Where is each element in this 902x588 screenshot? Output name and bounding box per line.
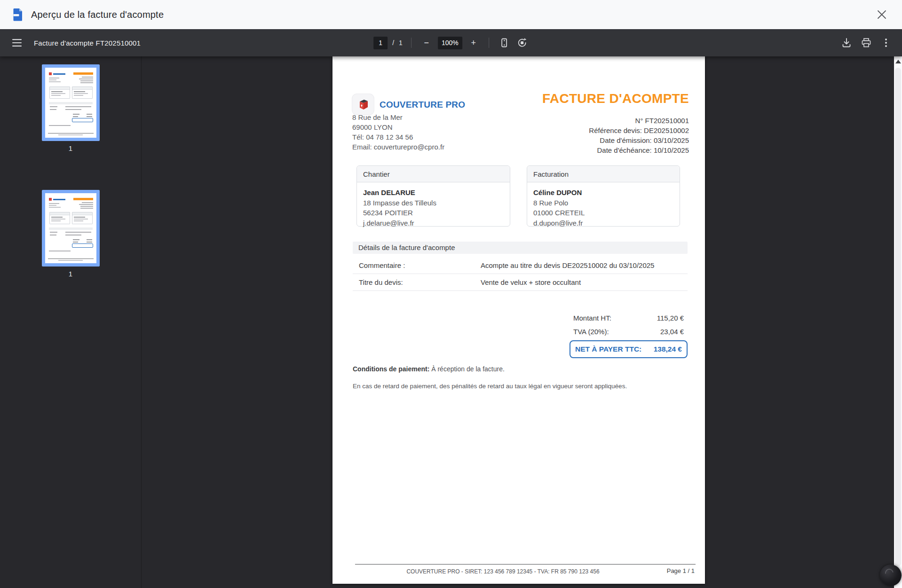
footer-company-line: COUVERTURE PRO - SIRET: 123 456 789 1234… <box>353 568 653 575</box>
issue-date: Date d'émission: 03/10/2025 <box>589 135 689 145</box>
thumbnail-preview <box>45 68 96 138</box>
zoom-in-button[interactable]: + <box>467 36 480 49</box>
details-section-heading: Détails de la facture d'acompte <box>353 242 688 254</box>
billing-address-box: Facturation Céline DUPON 8 Rue Polo 0100… <box>527 165 680 227</box>
subtotal-row: Montant HT: 115,20 € <box>570 311 688 325</box>
page-separator: / <box>392 39 394 47</box>
toolbar-document-title: Facture d'acompte FT202510001 <box>34 39 141 47</box>
quote-reference: Référence devis: DE202510002 <box>589 125 689 135</box>
vat-label: TVA (20%): <box>573 328 609 336</box>
scrollbar-thumb[interactable] <box>895 68 901 566</box>
vertical-scrollbar <box>894 56 902 588</box>
print-icon[interactable] <box>860 36 873 49</box>
close-icon[interactable] <box>874 7 890 23</box>
pdf-viewer-canvas: COUVERTURE PRO 8 Rue de la Mer 69000 LYO… <box>142 56 894 588</box>
billing-box-title: Facturation <box>527 166 680 182</box>
late-payment-notice: En cas de retard de paiement, des pénali… <box>353 383 627 390</box>
zoom-level: 100% <box>438 37 462 49</box>
table-row: Commentaire : Acompte au titre du devis … <box>353 257 688 274</box>
thumbnail-preview <box>45 193 96 263</box>
menu-icon[interactable] <box>10 36 24 49</box>
net-total-label: NET À PAYER TTC: <box>575 345 641 353</box>
comment-value: Acompte au titre du devis DE202510002 du… <box>481 261 654 269</box>
page-number-input[interactable] <box>373 37 388 49</box>
page-thumbnail-1[interactable] <box>42 64 100 141</box>
company-address: 8 Rue de la Mer 69000 LYON Tél: 04 78 12… <box>352 112 444 152</box>
more-options-icon[interactable] <box>879 36 893 49</box>
company-name: COUVERTURE PRO <box>380 100 465 110</box>
footer-page-number: Page 1 / 1 <box>667 567 695 574</box>
payment-terms: Conditions de paiement: À réception de l… <box>353 365 505 373</box>
document-icon <box>12 8 24 21</box>
rotate-icon[interactable] <box>515 36 529 49</box>
subtotal-label: Montant HT: <box>573 314 611 322</box>
totals-block: Montant HT: 115,20 € TVA (20%): 23,04 € … <box>570 311 688 358</box>
footer-divider <box>355 564 696 564</box>
invoice-title: FACTURE D'ACOMPTE <box>542 91 689 106</box>
toolbar-divider <box>411 38 411 48</box>
payment-terms-label: Conditions de paiement: <box>353 365 429 373</box>
page-count: 1 <box>399 39 403 47</box>
floating-widget <box>880 564 902 586</box>
thumbnail-sidebar: 1 1 <box>0 56 142 588</box>
vat-value: 23,04 € <box>660 328 684 336</box>
net-total-box: NET À PAYER TTC: 138,24 € <box>570 340 688 358</box>
quote-title-label: Titre du devis: <box>353 278 481 286</box>
payment-terms-value: À réception de la facture. <box>431 365 505 373</box>
subtotal-value: 115,20 € <box>657 314 684 322</box>
toolbar-divider <box>489 38 489 48</box>
billing-contact-name: Céline DUPON <box>533 188 673 198</box>
page-thumbnail-2[interactable] <box>42 190 100 267</box>
invoice-page: COUVERTURE PRO 8 Rue de la Mer 69000 LYO… <box>332 56 705 584</box>
dialog-header: Aperçu de la facture d'acompte <box>0 0 902 29</box>
details-table: Commentaire : Acompte au titre du devis … <box>353 257 688 291</box>
company-logo <box>352 94 374 115</box>
download-icon[interactable] <box>840 36 853 49</box>
dialog-title: Aperçu de la facture d'acompte <box>31 9 164 20</box>
due-date: Date d'échéance: 10/10/2025 <box>589 145 689 155</box>
scrollbar-up-arrow[interactable] <box>895 60 901 63</box>
pdf-preview-dialog: Aperçu de la facture d'acompte Facture d… <box>0 0 902 588</box>
site-box-title: Chantier <box>357 166 510 182</box>
comment-label: Commentaire : <box>353 261 481 269</box>
site-address-box: Chantier Jean DELARUE 18 Impasse des Til… <box>356 165 510 227</box>
quote-title-value: Vente de velux + store occultant <box>481 278 581 286</box>
site-contact-name: Jean DELARUE <box>363 188 504 198</box>
vat-row: TVA (20%): 23,04 € <box>570 325 688 338</box>
table-row: Titre du devis: Vente de velux + store o… <box>353 274 688 291</box>
zoom-out-button[interactable]: − <box>420 36 433 49</box>
thumbnail-page-number: 1 <box>42 270 100 278</box>
invoice-number: N° FT202510001 <box>589 116 689 125</box>
fit-page-icon[interactable] <box>498 36 511 49</box>
invoice-meta: N° FT202510001 Référence devis: DE202510… <box>589 116 689 155</box>
pdf-toolbar: Facture d'acompte FT202510001 / 1 − 100%… <box>0 29 902 56</box>
net-total-value: 138,24 € <box>654 345 682 353</box>
thumbnail-page-number: 1 <box>42 144 100 152</box>
